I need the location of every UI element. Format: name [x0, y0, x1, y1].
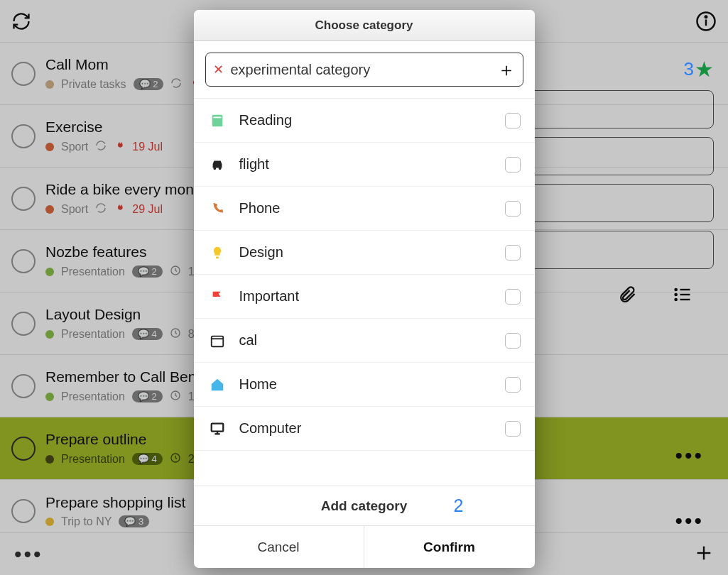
home-icon	[208, 377, 227, 393]
svg-rect-25	[216, 256, 219, 258]
svg-point-23	[213, 167, 216, 170]
category-checkbox[interactable]	[505, 377, 521, 393]
add-category-button[interactable]: Add category 2	[194, 486, 535, 525]
svg-rect-22	[213, 116, 221, 118]
bulb-icon	[208, 245, 227, 261]
monitor-icon	[208, 421, 227, 437]
svg-rect-21	[212, 114, 222, 126]
confirm-button[interactable]: Confirm	[364, 526, 535, 568]
annotation-2: 2	[454, 495, 464, 516]
category-checkbox[interactable]	[505, 289, 521, 305]
category-checkbox[interactable]	[505, 157, 521, 172]
cancel-button[interactable]: Cancel	[194, 526, 364, 568]
category-item[interactable]: Important	[194, 275, 535, 319]
category-label: flight	[239, 156, 492, 172]
svg-rect-26	[211, 336, 223, 346]
annotation-3: 3	[684, 58, 694, 80]
category-checkbox[interactable]	[505, 201, 521, 217]
category-name-input[interactable]	[231, 62, 490, 78]
category-item[interactable]: Phone	[194, 187, 535, 231]
category-label: Important	[239, 288, 492, 305]
category-label: Phone	[239, 200, 492, 217]
clear-icon[interactable]: ✕	[213, 62, 224, 77]
car-icon	[208, 157, 227, 172]
flag-icon	[208, 289, 227, 305]
category-checkbox[interactable]	[505, 421, 521, 437]
category-label: Reading	[239, 112, 492, 128]
category-checkbox[interactable]	[505, 245, 521, 261]
category-checkbox[interactable]	[505, 113, 521, 128]
category-checkbox[interactable]	[505, 333, 521, 349]
category-item[interactable]: cal	[194, 319, 535, 363]
category-item[interactable]: Computer	[194, 407, 535, 451]
add-icon[interactable]: ＋	[497, 58, 516, 82]
category-item[interactable]: flight	[194, 143, 535, 187]
category-label: Home	[239, 376, 492, 393]
book-icon	[208, 113, 227, 128]
modal-title: Choose category	[194, 10, 535, 41]
svg-point-24	[218, 167, 221, 170]
category-modal: Choose category ✕ ＋ 3 Reading flight Pho…	[194, 10, 535, 568]
calendar-icon	[208, 333, 227, 349]
category-label: Design	[239, 244, 492, 261]
category-item[interactable]: Home	[194, 363, 535, 407]
svg-rect-28	[211, 423, 223, 431]
category-label: cal	[239, 332, 492, 349]
category-item[interactable]: Reading	[194, 99, 535, 143]
category-label: Computer	[239, 420, 492, 437]
phone-icon	[208, 201, 227, 217]
category-search-input[interactable]: ✕ ＋	[205, 53, 523, 87]
add-category-label: Add category	[321, 498, 407, 514]
category-item[interactable]: Design	[194, 231, 535, 275]
